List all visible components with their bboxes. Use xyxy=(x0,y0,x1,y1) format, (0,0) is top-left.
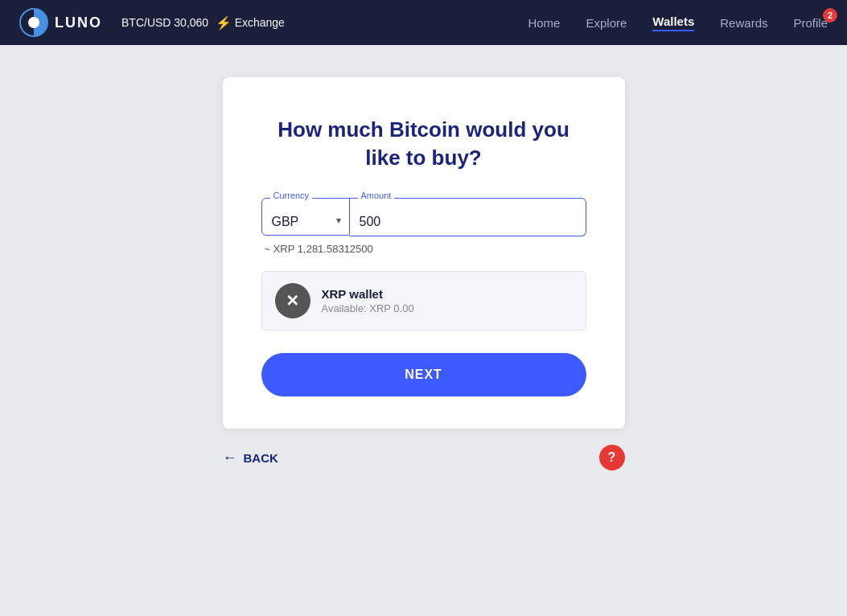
help-icon: ? xyxy=(608,450,616,465)
amount-label: Amount xyxy=(358,191,395,200)
buy-bitcoin-card: How much Bitcoin would you like to buy? … xyxy=(223,77,625,429)
currency-label: Currency xyxy=(270,191,313,200)
wallet-info: XRP wallet Available: XRP 0.00 xyxy=(322,287,414,314)
back-label: BACK xyxy=(244,451,278,465)
xrp-wallet-icon: ✕ xyxy=(275,283,310,318)
profile-notification-badge: 2 xyxy=(823,8,837,23)
back-row: ← BACK ? xyxy=(223,445,625,470)
conversion-text: ~ XRP 1,281.58312500 xyxy=(261,243,586,255)
navbar: LUNO BTC/USD 30,060 ⚡ Exchange Home Expl… xyxy=(0,0,847,45)
exchange-label: Exchange xyxy=(235,16,285,29)
back-arrow-icon: ← xyxy=(223,450,237,466)
logo[interactable]: LUNO xyxy=(19,8,102,37)
nav-wallets[interactable]: Wallets xyxy=(652,14,694,31)
wallet-available: Available: XRP 0.00 xyxy=(322,302,414,314)
nav-links: Home Explore Wallets Rewards Profile 2 xyxy=(528,14,828,31)
next-button[interactable]: NEXT xyxy=(261,353,586,396)
main-content: How much Bitcoin would you like to buy? … xyxy=(0,45,847,616)
exchange-icon: ⚡ xyxy=(216,15,232,31)
amount-field: Amount xyxy=(350,198,586,236)
currency-field: Currency GBP USD EUR ▾ xyxy=(261,198,350,236)
currency-amount-row: Currency GBP USD EUR ▾ Amount xyxy=(261,198,586,236)
wallet-name: XRP wallet xyxy=(322,287,414,301)
nav-home[interactable]: Home xyxy=(528,16,560,30)
back-button[interactable]: ← BACK xyxy=(223,450,278,466)
logo-text: LUNO xyxy=(55,14,102,31)
currency-select[interactable]: GBP USD EUR xyxy=(262,199,349,235)
amount-input[interactable] xyxy=(350,199,586,236)
nav-rewards[interactable]: Rewards xyxy=(720,16,767,30)
card-title: How much Bitcoin would you like to buy? xyxy=(261,116,586,172)
exchange-link[interactable]: ⚡ Exchange xyxy=(216,15,285,31)
help-button[interactable]: ? xyxy=(599,445,625,470)
nav-explore[interactable]: Explore xyxy=(586,16,627,30)
nav-profile[interactable]: Profile 2 xyxy=(793,16,828,30)
xrp-wallet-box: ✕ XRP wallet Available: XRP 0.00 xyxy=(261,271,586,331)
btc-price: BTC/USD 30,060 xyxy=(121,16,208,29)
xrp-icon-symbol: ✕ xyxy=(286,291,299,310)
logo-icon xyxy=(19,8,48,37)
